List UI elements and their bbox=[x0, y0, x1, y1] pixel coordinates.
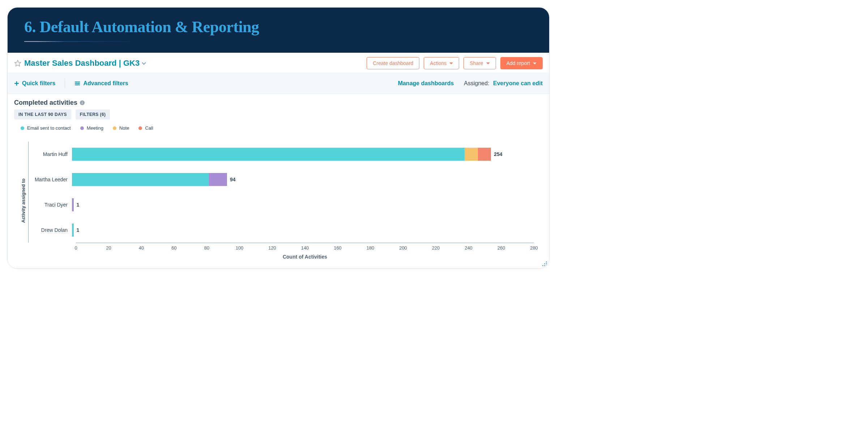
quick-filters-label: Quick filters bbox=[22, 80, 55, 87]
bar-row: Drew Dolan1 bbox=[29, 217, 534, 243]
legend-color-dot bbox=[21, 126, 24, 130]
legend-item[interactable]: Note bbox=[113, 125, 129, 131]
legend-color-dot bbox=[113, 126, 116, 130]
create-dashboard-button[interactable]: Create dashboard bbox=[367, 57, 419, 69]
x-axis-label: Count of Activities bbox=[76, 254, 534, 260]
advanced-filters-button[interactable]: Advanced filters bbox=[74, 80, 128, 87]
bar-category-label: Traci Dyer bbox=[29, 202, 72, 208]
report-card: Completed activities i IN THE LAST 90 DA… bbox=[8, 94, 549, 268]
x-tick-label: 140 bbox=[301, 245, 309, 251]
legend-color-dot bbox=[80, 126, 84, 130]
bar-total-label: 94 bbox=[230, 177, 236, 182]
x-tick-label: 20 bbox=[106, 245, 111, 251]
legend-label: Note bbox=[119, 125, 129, 131]
slide-title: 6. Default Automation & Reporting bbox=[24, 18, 533, 36]
bar-track: 1 bbox=[72, 198, 534, 211]
bar-segment[interactable] bbox=[72, 224, 74, 237]
create-dashboard-label: Create dashboard bbox=[373, 60, 413, 66]
bar-category-label: Drew Dolan bbox=[29, 227, 72, 233]
bar-row: Traci Dyer1 bbox=[29, 192, 534, 217]
bar-category-label: Martha Leeder bbox=[29, 177, 72, 182]
manage-dashboards-link[interactable]: Manage dashboards bbox=[398, 80, 454, 87]
legend-item[interactable]: Meeting bbox=[80, 125, 103, 131]
slide-header: 6. Default Automation & Reporting bbox=[8, 8, 549, 53]
add-report-button[interactable]: Add report bbox=[500, 57, 543, 69]
chart-bars: Martin Huff254Martha Leeder94Traci Dyer1… bbox=[28, 142, 534, 243]
bar-segment[interactable] bbox=[209, 173, 227, 186]
bar-segment[interactable] bbox=[465, 148, 478, 161]
x-tick-label: 80 bbox=[204, 245, 209, 251]
x-tick-label: 220 bbox=[432, 245, 440, 251]
bar-segment[interactable] bbox=[478, 148, 491, 161]
chart-legend: Email sent to contactMeetingNoteCall bbox=[21, 125, 543, 131]
bar-segment[interactable] bbox=[72, 198, 74, 211]
legend-label: Email sent to contact bbox=[27, 125, 71, 131]
x-tick-label: 160 bbox=[334, 245, 342, 251]
x-tick-label: 240 bbox=[465, 245, 473, 251]
divider bbox=[65, 78, 65, 88]
x-tick-label: 200 bbox=[399, 245, 407, 251]
share-label: Share bbox=[470, 60, 483, 66]
add-report-label: Add report bbox=[506, 60, 530, 66]
actions-label: Actions bbox=[430, 60, 446, 66]
x-tick-label: 60 bbox=[171, 245, 176, 251]
advanced-filters-label: Advanced filters bbox=[83, 80, 128, 87]
bar-row: Martha Leeder94 bbox=[29, 167, 534, 192]
date-range-chip[interactable]: IN THE LAST 90 DAYS bbox=[14, 109, 71, 120]
x-tick-label: 260 bbox=[497, 245, 505, 251]
share-button[interactable]: Share bbox=[463, 57, 496, 69]
plus-icon bbox=[14, 81, 19, 86]
report-title: Completed activities bbox=[14, 99, 77, 107]
caret-down-icon bbox=[486, 62, 490, 64]
resize-handle-icon[interactable] bbox=[540, 259, 547, 266]
bar-segment[interactable] bbox=[72, 173, 209, 186]
chart-area: Activity assigned to Martin Huff254Marth… bbox=[14, 142, 543, 260]
legend-item[interactable]: Call bbox=[138, 125, 153, 131]
caret-down-icon bbox=[449, 62, 453, 64]
slide-container: 6. Default Automation & Reporting Master… bbox=[7, 7, 550, 269]
svg-marker-0 bbox=[15, 60, 21, 66]
y-axis-label: Activity assigned to bbox=[18, 142, 28, 260]
title-underline bbox=[24, 41, 191, 42]
dashboard-dropdown-caret-icon[interactable] bbox=[142, 60, 146, 66]
filters-count-chip[interactable]: FILTERS (6) bbox=[76, 109, 110, 120]
x-tick-label: 180 bbox=[367, 245, 375, 251]
svg-point-5 bbox=[78, 83, 79, 84]
svg-point-6 bbox=[77, 84, 78, 85]
dashboard-title-bar: Master Sales Dashboard | GK3 Create dash… bbox=[8, 53, 549, 73]
x-tick-label: 0 bbox=[74, 245, 77, 251]
bar-total-label: 1 bbox=[77, 202, 80, 208]
bar-track: 254 bbox=[72, 148, 534, 161]
assigned-label: Assigned: bbox=[464, 80, 489, 86]
bar-total-label: 254 bbox=[494, 151, 502, 157]
assigned-value-link[interactable]: Everyone can edit bbox=[493, 80, 543, 86]
legend-item[interactable]: Email sent to contact bbox=[21, 125, 71, 131]
bar-total-label: 1 bbox=[77, 227, 80, 233]
svg-text:i: i bbox=[82, 101, 83, 105]
svg-point-4 bbox=[76, 81, 77, 82]
legend-label: Meeting bbox=[87, 125, 103, 131]
dashboard-title[interactable]: Master Sales Dashboard | GK3 bbox=[24, 59, 140, 68]
caret-down-icon bbox=[533, 62, 536, 64]
actions-button[interactable]: Actions bbox=[424, 57, 459, 69]
sliders-icon bbox=[74, 81, 80, 86]
bar-category-label: Martin Huff bbox=[29, 151, 72, 157]
x-tick-label: 40 bbox=[139, 245, 144, 251]
x-tick-label: 100 bbox=[236, 245, 244, 251]
quick-filters-button[interactable]: Quick filters bbox=[14, 80, 55, 87]
x-tick-label: 120 bbox=[268, 245, 276, 251]
bar-segment[interactable] bbox=[72, 148, 465, 161]
x-axis: 020406080100120140160180200220240260280 bbox=[76, 243, 534, 253]
bar-row: Martin Huff254 bbox=[29, 142, 534, 167]
filter-bar: Quick filters Advanced filters Manage da… bbox=[8, 73, 549, 94]
favorite-star-icon[interactable] bbox=[14, 60, 21, 67]
x-tick-label: 280 bbox=[530, 245, 538, 251]
legend-label: Call bbox=[145, 125, 153, 131]
bar-track: 1 bbox=[72, 224, 534, 237]
bar-track: 94 bbox=[72, 173, 534, 186]
legend-color-dot bbox=[138, 126, 142, 130]
info-icon[interactable]: i bbox=[80, 100, 85, 105]
